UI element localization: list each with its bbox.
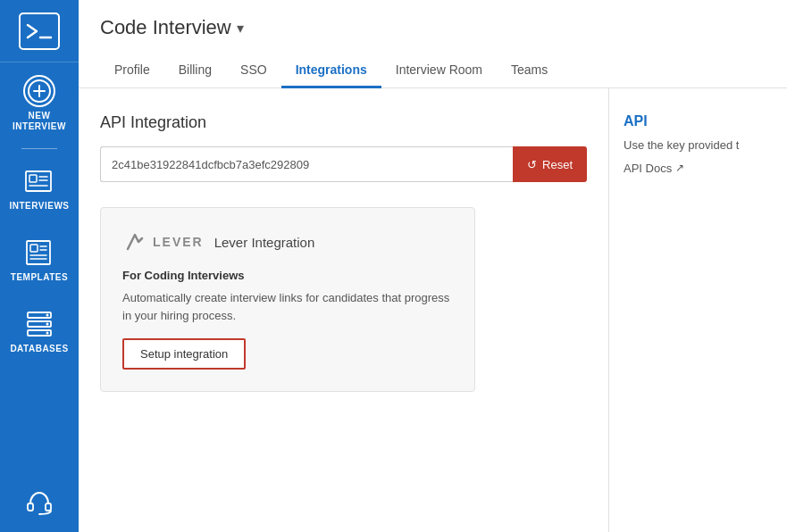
databases-icon [23, 308, 55, 340]
main-area: Code Interview ▾ Profile Billing SSO Int… [79, 0, 787, 532]
reset-button[interactable]: ↺ Reset [513, 146, 587, 182]
api-docs-link[interactable]: API Docs ↗ [624, 162, 773, 175]
api-key-input[interactable] [100, 146, 513, 182]
right-panel-title: API [624, 113, 773, 129]
lever-integration-card: LEVER Lever Integration For Coding Inter… [100, 207, 475, 392]
tab-teams[interactable]: Teams [497, 54, 562, 88]
new-interview-label: NEW INTERVIEW [7, 111, 71, 132]
tab-integrations[interactable]: Integrations [281, 54, 381, 88]
app-logo[interactable] [0, 0, 79, 62]
setup-integration-button[interactable]: Setup integration [122, 338, 246, 370]
tab-profile[interactable]: Profile [100, 54, 164, 88]
lever-logo: LEVER [122, 229, 204, 254]
tab-billing[interactable]: Billing [164, 54, 226, 88]
right-panel: API Use the key provided t API Docs ↗ [608, 88, 787, 532]
svg-point-21 [46, 332, 49, 335]
content-main: API Integration ↺ Reset [79, 88, 608, 532]
title-chevron[interactable]: ▾ [237, 20, 244, 37]
api-docs-label: API Docs [624, 162, 672, 175]
api-section-title: API Integration [100, 113, 587, 132]
external-link-icon: ↗ [675, 162, 684, 174]
sidebar-item-templates[interactable]: TEMPLATES [0, 224, 79, 295]
right-panel-description: Use the key provided t [624, 137, 773, 154]
sidebar-divider-1 [21, 148, 57, 149]
header: Code Interview ▾ Profile Billing SSO Int… [79, 0, 787, 88]
sidebar: NEW INTERVIEW INTERVIEWS TE [0, 0, 79, 532]
svg-point-19 [46, 314, 49, 317]
plus-circle-icon [23, 75, 55, 107]
headset-icon [23, 487, 55, 520]
svg-point-20 [46, 323, 49, 326]
templates-label: TEMPLATES [11, 272, 68, 283]
reset-icon: ↺ [527, 158, 537, 171]
svg-rect-23 [46, 503, 51, 511]
title-text: Code Interview [100, 16, 231, 39]
lever-logo-text: LEVER [153, 235, 204, 249]
svg-rect-0 [20, 13, 59, 49]
lever-description: Automatically create interview links for… [122, 289, 453, 324]
new-interview-button[interactable]: NEW INTERVIEW [0, 62, 79, 145]
page-title: Code Interview ▾ [100, 16, 766, 39]
svg-rect-11 [30, 245, 38, 252]
content-wrapper: API Integration ↺ Reset [79, 88, 787, 532]
tab-bar: Profile Billing SSO Integrations Intervi… [100, 54, 766, 87]
tab-sso[interactable]: SSO [226, 54, 281, 88]
sidebar-item-support[interactable] [0, 475, 79, 532]
api-key-row: ↺ Reset [100, 146, 587, 182]
interviews-icon [23, 165, 55, 197]
interviews-label: INTERVIEWS [9, 201, 69, 212]
svg-rect-6 [29, 175, 37, 182]
sidebar-item-databases[interactable]: DATABASES [0, 295, 79, 367]
lever-integration-label: Lever Integration [214, 235, 315, 250]
lever-logo-icon [122, 229, 147, 254]
databases-label: DATABASES [10, 344, 68, 354]
svg-rect-22 [28, 503, 33, 511]
sidebar-item-interviews[interactable]: INTERVIEWS [0, 153, 79, 224]
lever-card-header: LEVER Lever Integration [122, 229, 453, 254]
reset-label: Reset [542, 158, 573, 171]
tab-interview-room[interactable]: Interview Room [381, 54, 497, 88]
templates-icon [23, 237, 55, 269]
lever-subtitle: For Coding Interviews [122, 269, 453, 282]
